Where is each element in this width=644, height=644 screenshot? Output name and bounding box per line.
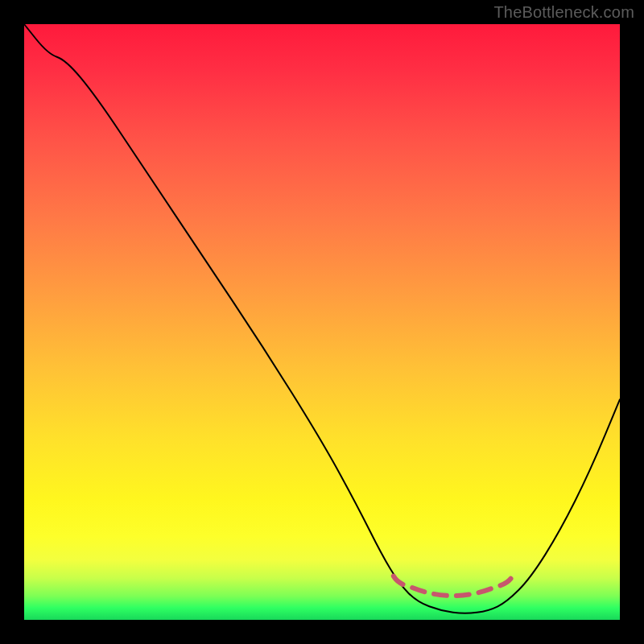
chart-svg <box>24 24 620 620</box>
chart-panel <box>24 24 620 620</box>
chart-stage: TheBottleneck.com <box>0 0 644 644</box>
optimal-zone-marker <box>394 576 513 596</box>
watermark-text: TheBottleneck.com <box>493 3 634 22</box>
bottleneck-curve <box>24 24 620 613</box>
